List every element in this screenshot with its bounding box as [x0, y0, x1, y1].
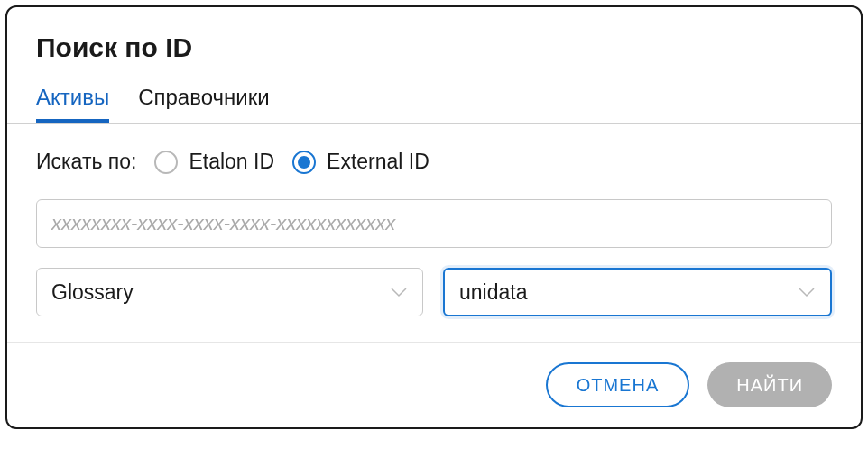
tabs-bar: Активы Справочники [36, 85, 832, 123]
radio-label-external: External ID [327, 150, 429, 174]
selects-row: Glossary unidata [36, 268, 832, 316]
dialog-title: Поиск по ID [36, 32, 832, 63]
cancel-button[interactable]: ОТМЕНА [546, 362, 690, 407]
chevron-down-icon [390, 287, 408, 298]
chevron-down-icon [798, 287, 816, 298]
search-by-id-dialog: Поиск по ID Активы Справочники Искать по… [5, 5, 863, 429]
dialog-header: Поиск по ID Активы Справочники [7, 7, 861, 123]
entity-select[interactable]: Glossary [36, 268, 423, 316]
radio-etalon-id[interactable]: Etalon ID [154, 150, 274, 174]
tab-assets[interactable]: Активы [36, 85, 109, 123]
source-select[interactable]: unidata [443, 268, 832, 316]
radio-external-id[interactable]: External ID [292, 150, 429, 174]
radio-icon [292, 151, 316, 174]
dialog-footer: ОТМЕНА НАЙТИ [7, 342, 861, 427]
tab-catalogs[interactable]: Справочники [138, 85, 269, 123]
radio-icon [154, 151, 178, 174]
id-input[interactable] [36, 199, 832, 248]
radio-label-etalon: Etalon ID [189, 150, 274, 174]
source-select-value: unidata [459, 280, 527, 305]
dialog-body: Искать по: Etalon ID External ID Glossar… [7, 124, 861, 342]
submit-button[interactable]: НАЙТИ [707, 362, 832, 407]
search-by-label: Искать по: [36, 150, 136, 174]
search-by-row: Искать по: Etalon ID External ID [36, 150, 832, 174]
entity-select-value: Glossary [51, 280, 134, 305]
